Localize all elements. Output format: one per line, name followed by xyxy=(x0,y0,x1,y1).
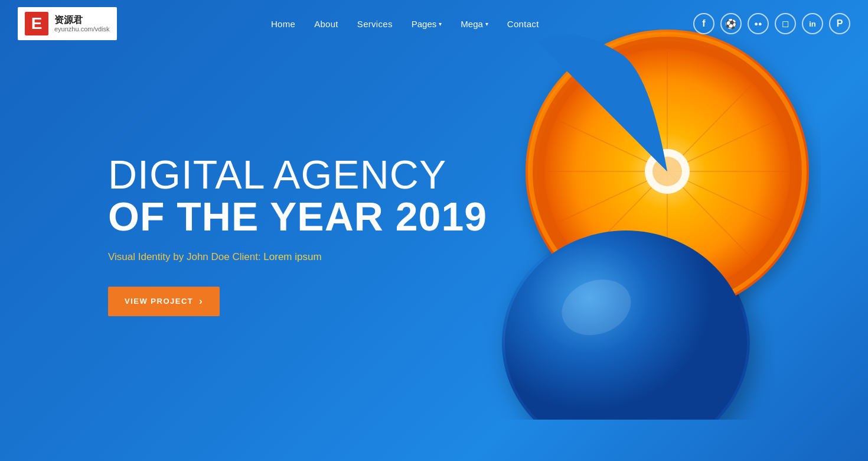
mega-chevron-icon: ▾ xyxy=(485,21,488,27)
hero-subtitle-static: Visual Identity by John Doe Client: xyxy=(108,251,263,262)
linkedin-icon[interactable]: in xyxy=(802,13,823,34)
view-project-arrow-icon: › xyxy=(199,296,203,307)
nav-about[interactable]: About xyxy=(314,19,338,29)
hero-title-line1: DIGITAL AGENCY xyxy=(108,154,487,196)
nav-pages[interactable]: Pages ▾ xyxy=(412,19,442,29)
logo-letter: E xyxy=(25,12,48,35)
pages-chevron-icon: ▾ xyxy=(439,21,442,27)
hero-title-line2: OF THE YEAR 2019 xyxy=(108,196,487,238)
flickr-icon[interactable]: ●● xyxy=(748,13,769,34)
hero-illustration xyxy=(455,30,821,420)
main-nav: Home About Services Pages ▾ Mega ▾ Conta… xyxy=(271,19,539,29)
logo-text-area: 资源君 eyunzhu.com/vdisk xyxy=(54,14,110,33)
hero-section: E 资源君 eyunzhu.com/vdisk Home About Servi… xyxy=(0,0,868,461)
view-project-button[interactable]: VIEW PROJECT › xyxy=(108,287,220,316)
dribbble-icon[interactable]: ⚽ xyxy=(720,13,742,34)
nav-services[interactable]: Services xyxy=(357,19,393,29)
pinterest-icon[interactable]: P xyxy=(829,13,850,34)
nav-mega[interactable]: Mega ▾ xyxy=(461,19,488,29)
site-header: E 资源君 eyunzhu.com/vdisk Home About Servi… xyxy=(0,0,868,47)
view-project-label: VIEW PROJECT xyxy=(125,297,193,306)
instagram-icon[interactable]: ◻ xyxy=(775,13,796,34)
nav-contact[interactable]: Contact xyxy=(507,19,539,29)
facebook-icon[interactable]: f xyxy=(693,13,714,34)
logo-title: 资源君 xyxy=(54,14,110,25)
hero-subtitle: Visual Identity by John Doe Client: Lore… xyxy=(108,251,487,263)
logo[interactable]: E 资源君 eyunzhu.com/vdisk xyxy=(18,7,117,40)
hero-subtitle-highlight: Lorem ipsum xyxy=(263,251,321,262)
nav-home[interactable]: Home xyxy=(271,19,295,29)
hero-content: DIGITAL AGENCY OF THE YEAR 2019 Visual I… xyxy=(108,154,487,316)
social-icons-group: f ⚽ ●● ◻ in P xyxy=(693,13,850,34)
logo-url: eyunzhu.com/vdisk xyxy=(54,25,110,33)
